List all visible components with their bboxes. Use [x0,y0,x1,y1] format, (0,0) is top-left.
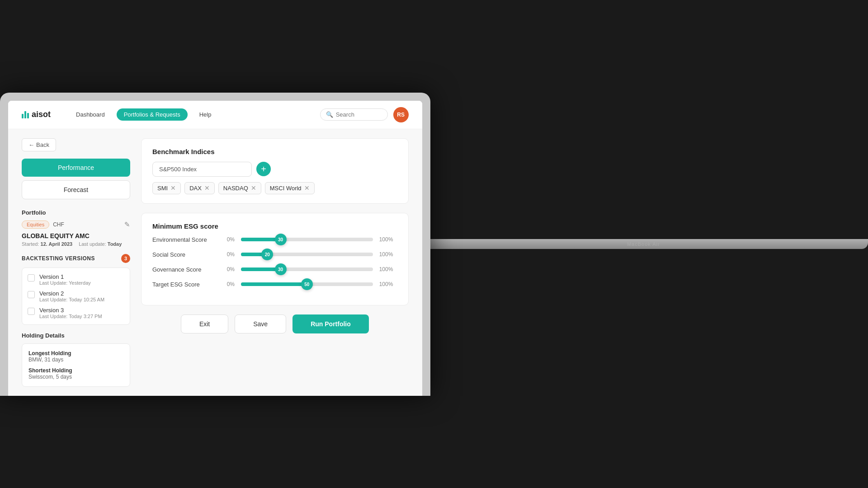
esg-pct-left-1: 0% [222,251,235,258]
version-item-3: Version 3 Last Update: Today 3:27 PM [28,307,124,319]
tag-msci: MSCI World ✕ [265,182,315,194]
version-3-date: Last Update: Today 3:27 PM [39,314,102,319]
portfolio-tags: Equities CHF ✎ [22,221,130,229]
benchmark-title: Benchmark Indices [152,148,397,155]
started-date: Started: 12. April 2023 [22,241,72,247]
add-benchmark-button[interactable]: + [256,162,271,176]
version-1-checkbox[interactable] [28,274,35,282]
tag-nasdaq: NASDAQ ✕ [218,182,261,194]
esg-pct-left-0: 0% [222,236,235,243]
tag-equities: Equities [22,221,49,229]
esg-row-target: Target ESG Score 0% 50 100% [152,281,397,288]
esg-pct-left-3: 0% [222,281,235,287]
esg-pct-right-0: 100% [379,236,397,243]
esg-title: Minimum ESG score [152,222,397,230]
backtesting-header: BACKTESTING VERSIONS 3 [22,254,130,263]
esg-row-environmental: Environmental Score 0% 30 100% [152,236,397,243]
back-button[interactable]: ← Back [22,138,56,151]
remove-smi-button[interactable]: ✕ [170,185,176,191]
exit-button[interactable]: Exit [181,314,228,333]
logo-text: aisot [32,110,51,119]
nav-portfolios[interactable]: Portfolios & Requests [117,108,188,121]
version-item-2: Version 2 Last Update: Today 10:25 AM [28,290,124,302]
esg-label-environmental: Environmental Score [152,236,216,243]
nav-help[interactable]: Help [192,108,219,121]
remove-dax-button[interactable]: ✕ [204,185,210,191]
esg-label-social: Social Score [152,251,216,258]
version-2-checkbox[interactable] [28,291,35,298]
version-2-date: Last Update: Today 10:25 AM [39,297,104,302]
version-list: Version 1 Last Update: Yesterday Version… [22,267,130,325]
esg-pct-left-2: 0% [222,266,235,272]
main-panel: Benchmark Indices + SMI ✕ DAX ✕ [141,138,409,387]
tag-smi: SMI ✕ [152,182,181,194]
esg-row-governance: Governance Score 0% 30 100% [152,266,397,273]
esg-section: Minimum ESG score Environmental Score 0%… [141,213,409,305]
shortest-holding: Shortest Holding Swisscom, 5 days [28,367,123,380]
backtesting-count: 3 [121,254,130,263]
sidebar: ← Back Performance Forecast Portfolio Eq… [22,138,130,387]
search-box[interactable]: 🔍 [320,108,388,121]
laptop-brand: MacBook Air [627,241,660,247]
action-row: Exit Save Run Portfolio [141,314,409,333]
esg-pct-right-1: 100% [379,251,397,258]
benchmark-tag-row: SMI ✕ DAX ✕ NASDAQ ✕ MSCI World [152,182,397,194]
logo-icon [22,111,29,118]
nav-dashboard[interactable]: Dashboard [69,108,112,121]
nav-right: 🔍 RS [320,107,409,122]
page-content: ← Back Performance Forecast Portfolio Eq… [8,129,422,396]
portfolio-name: GLOBAL EQUITY AMC [22,232,130,239]
esg-label-target: Target ESG Score [152,281,216,288]
portfolio-meta: Started: 12. April 2023 Last update: Tod… [22,241,130,247]
topnav: aisot Dashboard Portfolios & Requests He… [8,101,422,129]
benchmark-input-row: + [152,162,397,177]
esg-slider-target[interactable]: 50 [241,282,373,286]
esg-slider-governance[interactable]: 30 [241,267,373,271]
performance-button[interactable]: Performance [22,159,130,177]
benchmark-input[interactable] [152,162,252,177]
version-2-name: Version 2 [39,290,104,297]
version-1-name: Version 1 [39,273,91,280]
portfolio-section-label: Portfolio [22,209,130,216]
avatar[interactable]: RS [393,107,409,122]
version-3-checkbox[interactable] [28,308,35,315]
version-3-name: Version 3 [39,307,102,314]
esg-pct-right-3: 100% [379,281,397,287]
esg-slider-environmental[interactable]: 30 [241,238,373,241]
esg-slider-social[interactable]: 20 [241,253,373,256]
forecast-button[interactable]: Forecast [22,180,130,199]
logo: aisot [22,110,51,119]
tag-dax: DAX ✕ [184,182,215,194]
benchmark-section: Benchmark Indices + SMI ✕ DAX ✕ [141,138,409,204]
save-button[interactable]: Save [235,314,286,333]
remove-msci-button[interactable]: ✕ [304,185,310,191]
run-portfolio-button[interactable]: Run Portfolio [292,314,369,333]
longest-holding: Longest Holding BMW, 31 days [28,350,123,363]
esg-pct-right-2: 100% [379,266,397,272]
version-1-date: Last Update: Yesterday [39,280,91,286]
holding-section: Holding Details Longest Holding BMW, 31 … [22,332,130,387]
holding-section-label: Holding Details [22,332,130,339]
tag-currency: CHF [53,221,64,228]
remove-nasdaq-button[interactable]: ✕ [251,185,256,191]
search-input[interactable] [336,111,382,118]
last-update: Last update: Today [79,241,122,247]
edit-icon[interactable]: ✎ [124,221,130,229]
esg-label-governance: Governance Score [152,266,216,273]
esg-row-social: Social Score 0% 20 100% [152,251,397,258]
back-label: Back [36,141,49,148]
search-icon: 🔍 [326,111,333,118]
holding-card: Longest Holding BMW, 31 days Shortest Ho… [22,343,130,387]
laptop-bottom: MacBook Air [419,239,868,249]
version-item-1: Version 1 Last Update: Yesterday [28,273,124,286]
nav-links: Dashboard Portfolios & Requests Help [69,108,218,121]
backtesting-title: BACKTESTING VERSIONS [22,255,95,262]
